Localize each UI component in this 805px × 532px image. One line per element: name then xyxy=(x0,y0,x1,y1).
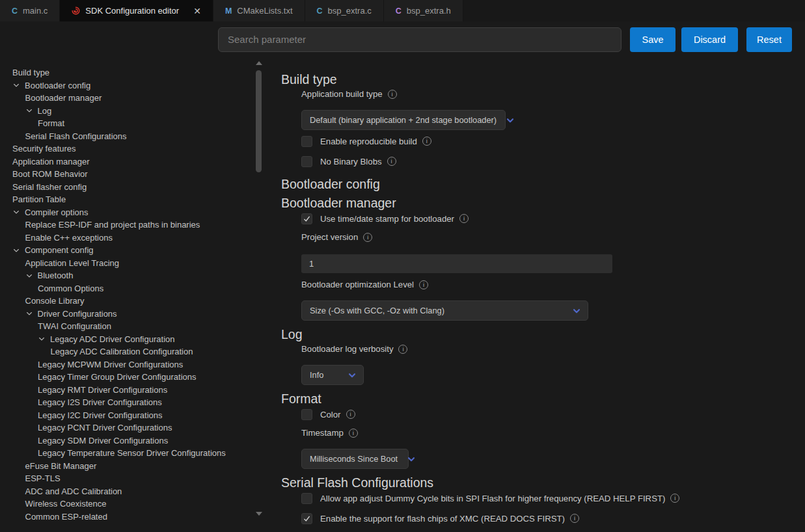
chevron-down-icon[interactable] xyxy=(12,246,25,254)
tab-bsp-extra-h[interactable]: Cbsp_extra.h xyxy=(384,0,463,21)
info-icon[interactable]: i xyxy=(346,410,355,419)
sidebar-item-label: Format xyxy=(38,118,64,128)
sidebar-item-legacy-adc-driver-configuration[interactable]: Legacy ADC Driver Configuration xyxy=(0,333,254,346)
content-area: Build typeBootloader configBootloader ma… xyxy=(0,57,805,532)
reset-button[interactable]: Reset xyxy=(746,27,792,52)
sidebar-item-serial-flash-configurations[interactable]: Serial Flash Configurations xyxy=(0,130,254,143)
close-icon[interactable]: ✕ xyxy=(193,6,201,16)
search-input[interactable] xyxy=(218,27,621,52)
sidebar-item-console-library[interactable]: Console Library xyxy=(0,295,254,308)
chevron-down-icon[interactable] xyxy=(572,306,581,315)
sidebar-item-legacy-pcnt-driver-configurations[interactable]: Legacy PCNT Driver Configurations xyxy=(0,421,254,434)
field-label-text: Bootloader optimization Level xyxy=(301,280,414,290)
dropdown-default-binary-application-2nd-stage-bootloader[interactable]: Default (binary application + 2nd stage … xyxy=(301,110,506,130)
sidebar-item-security-features[interactable]: Security features xyxy=(0,142,254,155)
checkbox-label: Use time/date stamp for bootloader xyxy=(320,214,454,224)
sidebar-item-legacy-mcpwm-driver-configurations[interactable]: Legacy MCPWM Driver Configurations xyxy=(0,358,254,371)
info-icon[interactable]: i xyxy=(398,345,407,354)
info-icon[interactable]: i xyxy=(363,233,372,242)
sidebar-item-twai-configuration[interactable]: TWAI Configuration xyxy=(0,320,254,333)
checkbox-allow-app-adjust-dummy-cycle-bits-in-spi-flash-for-higher-frequency-read-help-first[interactable] xyxy=(301,493,312,504)
sidebar-item-label: Serial Flash Configurations xyxy=(25,131,127,141)
chevron-down-icon[interactable] xyxy=(25,107,38,114)
sidebar-item-esp-tls[interactable]: ESP-TLS xyxy=(0,472,254,485)
sidebar-item-common-options[interactable]: Common Options xyxy=(0,282,254,295)
checkbox-enable-the-support-for-flash-chips-of-xmc-read-docs-first[interactable] xyxy=(301,513,312,524)
sidebar-item-compiler-options[interactable]: Compiler options xyxy=(0,206,254,219)
sidebar-item-replace-esp-idf-and-project-paths-in-binaries[interactable]: Replace ESP-IDF and project paths in bin… xyxy=(0,219,254,232)
sidebar-item-wireless-coexistence[interactable]: Wireless Coexistence xyxy=(0,498,254,511)
sidebar-item-label: Legacy Timer Group Driver Configurations xyxy=(38,372,197,382)
info-icon[interactable]: i xyxy=(570,514,579,523)
sidebar-item-build-type[interactable]: Build type xyxy=(0,66,254,79)
sidebar-item-component-config[interactable]: Component config xyxy=(0,244,254,257)
chevron-down-icon[interactable] xyxy=(25,272,38,280)
checkbox-use-time-date-stamp-for-bootloader[interactable] xyxy=(301,213,312,224)
sidebar-item-legacy-rmt-driver-configurations[interactable]: Legacy RMT Driver Configurations xyxy=(0,384,254,397)
sidebar-item-enable-c-exceptions[interactable]: Enable C++ exceptions xyxy=(0,232,254,245)
sidebar-item-format[interactable]: Format xyxy=(0,117,254,130)
chevron-down-icon[interactable] xyxy=(12,81,25,89)
text-input-project-version[interactable] xyxy=(301,254,612,273)
sidebar-item-legacy-timer-group-driver-configurations[interactable]: Legacy Timer Group Driver Configurations xyxy=(0,371,254,384)
tab-main-c[interactable]: Cmain.c xyxy=(0,0,60,21)
save-button[interactable]: Save xyxy=(630,27,675,52)
scrollbar-down-arrow-icon[interactable] xyxy=(256,512,262,516)
info-icon[interactable]: i xyxy=(670,494,679,503)
section-heading-format: Format xyxy=(281,391,321,406)
sidebar-item-serial-flasher-config[interactable]: Serial flasher config xyxy=(0,181,254,194)
sidebar-item-boot-rom-behavior[interactable]: Boot ROM Behavior xyxy=(0,168,254,181)
sidebar-item-legacy-temperature-sensor-driver-configurations[interactable]: Legacy Temperature Sensor Driver Configu… xyxy=(0,447,254,460)
dropdown-milliseconds-since-boot[interactable]: Milliseconds Since Boot xyxy=(301,449,409,469)
scrollbar-up-arrow-icon[interactable] xyxy=(256,61,262,65)
field-label-text: Timestamp xyxy=(301,428,344,438)
sidebar-item-common-esp-related[interactable]: Common ESP-related xyxy=(0,511,254,524)
tab-sdk-configuration-editor[interactable]: SDK Configuration editor✕ xyxy=(60,0,213,21)
tab-label: CMakeLists.txt xyxy=(237,6,292,16)
info-icon[interactable]: i xyxy=(419,280,428,289)
chevron-down-icon[interactable] xyxy=(407,455,416,464)
chevron-down-icon[interactable] xyxy=(348,371,357,380)
checkbox-label: Enable reproducible build xyxy=(320,137,417,146)
tab-label: bsp_extra.h xyxy=(407,6,451,16)
checkbox-no-binary-blobs[interactable] xyxy=(301,156,312,167)
dropdown-size-os-with-gcc-oz-with-clang[interactable]: Size (-Os with GCC, -Oz with Clang) xyxy=(301,300,588,321)
sidebar-item-bluetooth[interactable]: Bluetooth xyxy=(0,269,254,282)
checkbox-color[interactable] xyxy=(301,409,312,420)
chevron-down-icon[interactable] xyxy=(38,335,50,343)
sidebar-item-bootloader-manager[interactable]: Bootloader manager xyxy=(0,92,254,105)
field-label-application-build-type: Application build typei xyxy=(301,89,397,100)
sidebar-item-application-level-tracing[interactable]: Application Level Tracing xyxy=(0,257,254,270)
info-icon[interactable]: i xyxy=(422,137,431,146)
chevron-down-icon[interactable] xyxy=(12,208,25,216)
sidebar-item-driver-configurations[interactable]: Driver Configurations xyxy=(0,308,254,321)
tab-label: main.c xyxy=(23,6,48,16)
info-icon[interactable]: i xyxy=(388,90,397,99)
sidebar-item-application-manager[interactable]: Application manager xyxy=(0,155,254,168)
tab-bsp-extra-c[interactable]: Cbsp_extra.c xyxy=(305,0,384,21)
sidebar-item-label: ADC and ADC Calibration xyxy=(25,486,122,496)
sidebar-scrollbar[interactable] xyxy=(254,57,264,532)
dropdown-info[interactable]: Info xyxy=(301,365,364,385)
sidebar-item-bootloader-config[interactable]: Bootloader config xyxy=(0,79,254,92)
tab-label: SDK Configuration editor xyxy=(85,6,179,16)
sidebar-item-legacy-i2c-driver-configurations[interactable]: Legacy I2C Driver Configurations xyxy=(0,409,254,422)
info-icon[interactable]: i xyxy=(387,157,396,166)
sidebar-item-log[interactable]: Log xyxy=(0,105,254,118)
chevron-down-icon[interactable] xyxy=(506,116,515,125)
sidebar-item-legacy-adc-calibration-configuration[interactable]: Legacy ADC Calibration Configuration xyxy=(0,345,254,358)
sidebar-item-label: Legacy I2C Driver Configurations xyxy=(38,410,162,420)
info-icon[interactable]: i xyxy=(349,429,358,438)
sidebar-item-legacy-i2s-driver-configurations[interactable]: Legacy I2S Driver Configurations xyxy=(0,396,254,409)
chevron-down-icon[interactable] xyxy=(25,310,38,317)
sidebar-item-label: Component config xyxy=(25,245,94,255)
info-icon[interactable]: i xyxy=(459,214,469,223)
sidebar-item-efuse-bit-manager[interactable]: eFuse Bit Manager xyxy=(0,460,254,473)
sidebar-item-legacy-sdm-driver-configurations[interactable]: Legacy SDM Driver Configurations xyxy=(0,434,254,447)
tab-cmakelists-txt[interactable]: MCMakeLists.txt xyxy=(213,0,305,21)
scrollbar-thumb[interactable] xyxy=(256,70,262,172)
sidebar-item-adc-and-adc-calibration[interactable]: ADC and ADC Calibration xyxy=(0,485,254,498)
discard-button[interactable]: Discard xyxy=(681,27,738,52)
checkbox-enable-reproducible-build[interactable] xyxy=(301,136,312,147)
sidebar-item-partition-table[interactable]: Partition Table xyxy=(0,193,254,206)
